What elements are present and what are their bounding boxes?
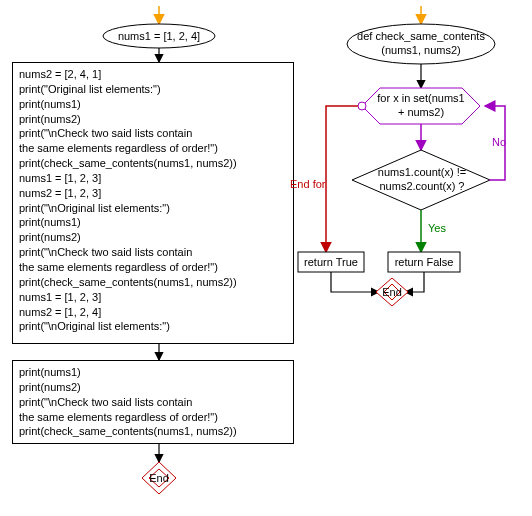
left-end-label: End bbox=[148, 472, 170, 486]
yes-label: Yes bbox=[428, 222, 446, 234]
endfor-label: End for bbox=[290, 178, 325, 190]
for-loop-label: for x in set(nums1 + nums2) bbox=[372, 92, 470, 120]
rt-false-to-end bbox=[405, 272, 424, 292]
left-block2: print(nums1) print(nums2) print("\nCheck… bbox=[12, 360, 294, 444]
right-end-label: End bbox=[381, 286, 403, 300]
return-false-label: return False bbox=[388, 256, 460, 270]
decision-label: nums1.count(x) != nums2.count(x) ? bbox=[368, 166, 476, 194]
left-block1: nums2 = [2, 4, 1] print("Original list e… bbox=[12, 62, 294, 344]
rt-true-to-end bbox=[331, 272, 379, 292]
no-label: No bbox=[492, 136, 506, 148]
return-true-label: return True bbox=[298, 256, 364, 270]
for-loop-join bbox=[358, 102, 366, 110]
right-func-label: def check_same_contents (nums1, nums2) bbox=[352, 30, 490, 58]
left-start-label: nums1 = [1, 2, 4] bbox=[108, 30, 210, 44]
